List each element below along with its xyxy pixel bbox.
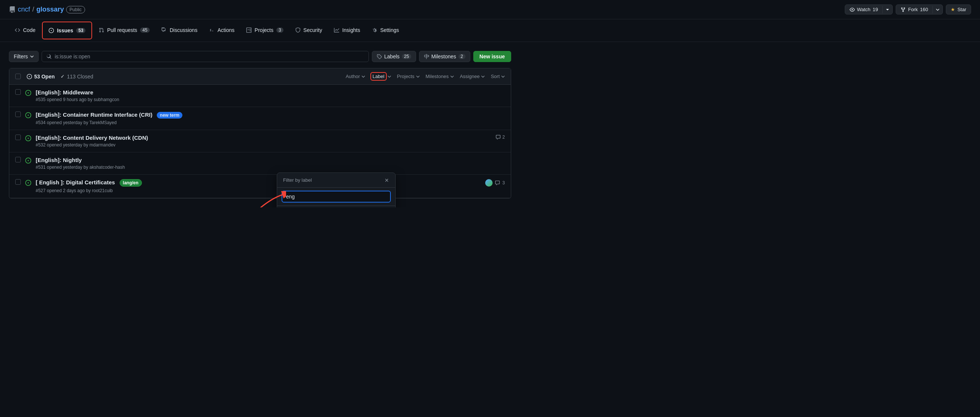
issue-meta-531: #531 opened yesterday by akshatcoder-has… — [36, 165, 505, 170]
projects-count-badge: 3 — [277, 27, 283, 33]
table-row: [English]: Nightly #531 opened yesterday… — [9, 152, 511, 175]
label-search-input[interactable] — [282, 191, 391, 202]
star-label: Star — [957, 7, 966, 12]
right-filter-btns: Labels 25 Milestones 2 New issue — [372, 51, 511, 62]
milestones-filter-label: Milestones — [426, 73, 449, 79]
projects-dropdown[interactable]: Projects — [397, 73, 420, 79]
issue-checkbox-532[interactable] — [15, 135, 21, 140]
search-box[interactable] — [41, 51, 369, 62]
tab-projects-label: Projects — [255, 27, 274, 33]
label-item-lang-bn[interactable]: lang/bn for Bengali — [277, 206, 395, 207]
fork-icon — [900, 7, 906, 12]
issue-open-icon-527 — [25, 180, 31, 186]
issues-count-badge: 53 — [76, 28, 86, 33]
watch-button[interactable]: Watch 19 — [845, 5, 893, 14]
issue-title-534[interactable]: [English]: Container Runtime Interface (… — [36, 111, 152, 118]
tab-issues[interactable]: Issues 53 — [42, 22, 92, 40]
filter-bar: Filters Labels 25 Milestones 2 New issue — [9, 51, 511, 62]
issue-meta-534: #534 opened yesterday by TarekMSayed — [36, 120, 505, 125]
chevron-down-label-icon — [387, 75, 391, 78]
public-badge: Public — [66, 6, 85, 13]
issue-title-535[interactable]: [English]: Middleware — [36, 89, 93, 95]
tab-code[interactable]: Code — [9, 22, 41, 39]
projects-icon — [246, 27, 251, 33]
open-circle-icon — [27, 74, 32, 79]
watch-count: 19 — [873, 7, 878, 12]
tab-insights-label: Insights — [342, 27, 360, 33]
comment-count-532: 2 — [496, 135, 505, 140]
issue-title-527[interactable]: [ English ]: Digital Certificates — [36, 179, 115, 185]
actions-icon — [209, 27, 214, 33]
nav-tabs: Code Issues 53 Pull requests 45 Discussi… — [0, 19, 980, 42]
projects-filter-label: Projects — [397, 73, 415, 79]
tab-discussions[interactable]: Discussions — [156, 22, 204, 39]
filters-label: Filters — [14, 54, 28, 59]
new-issue-button[interactable]: New issue — [473, 51, 511, 62]
issues-container: 53 Open ✓ 113 Closed Author Label — [9, 68, 511, 199]
tab-security[interactable]: Security — [290, 22, 328, 39]
issue-checkbox-534[interactable] — [15, 111, 21, 117]
table-row: [English]: Content Delivery Network (CDN… — [9, 130, 511, 152]
issue-open-icon — [25, 90, 31, 96]
comment-icon-527 — [495, 180, 500, 185]
pr-count-badge: 45 — [140, 27, 150, 33]
closed-count: 113 Closed — [67, 73, 93, 80]
tab-pr-label: Pull requests — [107, 27, 137, 33]
assignee-dropdown[interactable]: Assignee — [460, 73, 485, 79]
fork-button[interactable]: Fork 160 — [896, 5, 943, 14]
label-badge-new-term: new term — [157, 112, 182, 119]
milestones-dropdown[interactable]: Milestones — [426, 73, 454, 79]
insights-icon — [334, 27, 339, 33]
org-name[interactable]: cncf — [18, 6, 30, 13]
issue-checkbox-531[interactable] — [15, 157, 21, 162]
filters-button[interactable]: Filters — [9, 51, 39, 62]
issue-title-532[interactable]: [English]: Content Delivery Network (CDN… — [36, 135, 148, 141]
closed-issues-button[interactable]: ✓ 113 Closed — [60, 73, 93, 80]
issue-open-icon-531 — [25, 158, 31, 164]
open-issues-button[interactable]: 53 Open — [27, 73, 55, 80]
label-dropdown[interactable]: Label — [371, 73, 391, 80]
issue-checkbox-527[interactable] — [15, 179, 21, 185]
author-dropdown[interactable]: Author — [345, 73, 365, 79]
issue-title-531[interactable]: [English]: Nightly — [36, 157, 82, 163]
repo-icon — [9, 6, 16, 13]
checkmark-icon: ✓ — [60, 73, 65, 79]
chevron-down-fork-icon — [936, 8, 940, 11]
tab-pullrequests[interactable]: Pull requests 45 — [93, 22, 155, 39]
repo-title: cncf / glossary Public — [9, 6, 85, 13]
select-all-checkbox[interactable] — [15, 73, 21, 79]
close-icon[interactable] — [384, 178, 389, 183]
chevron-down-author-icon — [361, 75, 365, 78]
tab-settings[interactable]: Settings — [366, 22, 405, 39]
issue-checkbox-535[interactable] — [15, 89, 21, 95]
tab-security-label: Security — [304, 27, 323, 33]
tab-projects[interactable]: Projects 3 — [240, 22, 289, 39]
issue-meta-532: #532 opened yesterday by mdarmandev — [36, 142, 491, 148]
red-arrow-indicator — [256, 191, 286, 207]
search-icon — [46, 54, 52, 59]
table-row: [English]: Container Runtime Interface (… — [9, 107, 511, 130]
chevron-down-milestones-icon — [450, 75, 454, 78]
star-button[interactable]: ★ Star — [946, 5, 971, 14]
watch-label: Watch — [857, 7, 870, 12]
search-input[interactable] — [55, 54, 364, 59]
star-icon: ★ — [951, 7, 955, 12]
chevron-down-projects-icon — [416, 75, 420, 78]
repo-name[interactable]: glossary — [37, 6, 64, 13]
chevron-down-assignee-icon — [481, 75, 485, 78]
milestone-icon — [424, 54, 429, 59]
tab-insights[interactable]: Insights — [328, 22, 366, 39]
fork-label: Fork — [908, 7, 918, 12]
pr-icon — [99, 27, 104, 33]
sort-dropdown[interactable]: Sort — [491, 73, 505, 79]
labels-button[interactable]: Labels 25 — [372, 51, 416, 62]
assignee-filter-label: Assignee — [460, 73, 480, 79]
tab-actions[interactable]: Actions — [203, 22, 240, 39]
sort-filter-label: Sort — [491, 73, 500, 79]
issues-header: 53 Open ✓ 113 Closed Author Label — [9, 68, 511, 85]
labels-label: Labels — [384, 54, 399, 59]
milestones-count: 2 — [458, 54, 466, 59]
milestones-button[interactable]: Milestones 2 — [419, 51, 470, 62]
tab-actions-label: Actions — [217, 27, 234, 33]
chevron-down-sort-icon — [501, 75, 505, 78]
